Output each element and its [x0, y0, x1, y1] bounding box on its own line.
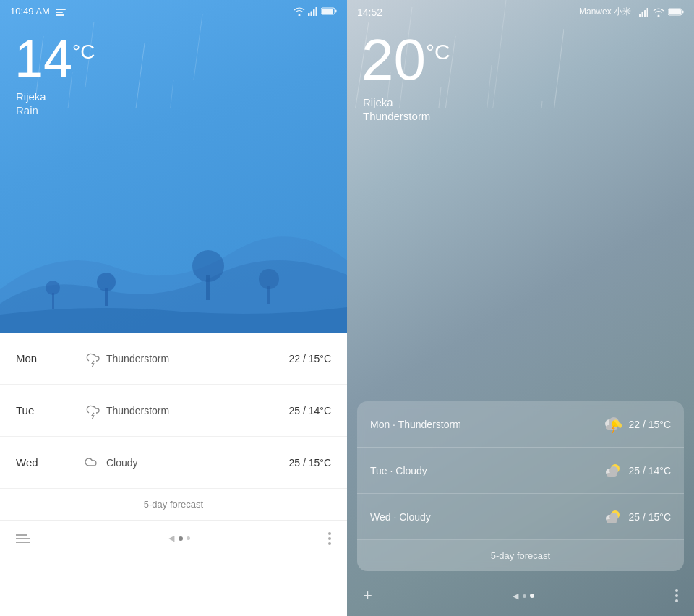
left-weather-top: 10:49 AM: [0, 0, 347, 333]
right-page-dots: [523, 594, 534, 598]
svg-point-27: [46, 281, 60, 295]
svg-rect-59: [682, 11, 684, 14]
left-temperature: 14°C: [0, 20, 347, 85]
forecast-day-wed: Wed: [16, 456, 56, 469]
left-panel: 10:49 AM: [0, 0, 347, 616]
add-location-icon[interactable]: +: [363, 586, 372, 605]
right-dot-1: [523, 594, 526, 598]
forecast-temps-tue: 25 / 14°C: [288, 405, 331, 416]
forecast-temps-mon: 22 / 15°C: [288, 353, 331, 364]
right-condition: Thunderstorm: [347, 110, 694, 122]
svg-rect-2: [56, 14, 64, 16]
svg-rect-6: [316, 7, 318, 16]
dot-2: [187, 536, 190, 540]
svg-point-29: [97, 273, 116, 291]
left-forecast-list: Mon Thunderstorm 22 / 15°C Tue Thunderst…: [0, 333, 347, 616]
forecast-row-mon: Mon Thunderstorm 22 / 15°C: [0, 333, 347, 385]
right-forecast-temps-tue: 25 / 14°C: [628, 465, 671, 476]
left-time: 10:49 AM: [10, 6, 50, 17]
right-battery-icon: [668, 8, 684, 16]
forecast-row-wed: Wed Cloudy 25 / 15°C: [0, 437, 347, 489]
svg-rect-67: [607, 473, 617, 477]
right-time: 14:52: [357, 7, 382, 18]
menu-icon[interactable]: [16, 534, 30, 543]
svg-rect-9: [335, 10, 337, 13]
svg-rect-1: [56, 12, 63, 13]
right-more-options-icon[interactable]: [675, 589, 678, 602]
right-dot-2: [530, 594, 534, 598]
right-nav-area: ◀: [513, 591, 534, 601]
forecast-day-tue: Tue: [16, 404, 56, 416]
svg-rect-8: [322, 9, 333, 14]
thunderstorm-icon-mon: [85, 351, 100, 367]
svg-point-31: [192, 250, 224, 282]
right-bottom-bar: + ◀: [347, 576, 694, 616]
svg-rect-3: [308, 13, 310, 16]
left-city: Rijeka: [0, 85, 347, 104]
right-city: Rijeka: [347, 89, 694, 110]
svg-point-33: [259, 269, 279, 289]
right-panel: 14:52 Manwex 小米 20°C Rijeka Thunderstorm: [347, 0, 694, 616]
svg-rect-26: [52, 293, 54, 309]
right-forecast-day-wed: Wed · Cloudy: [370, 511, 602, 523]
svg-rect-55: [644, 10, 646, 17]
right-forecast-row-mon: Mon · Thunderstorm 22 / 15°C: [357, 401, 684, 448]
right-forecast-row-wed: Wed · Cloudy 25 / 15°C: [357, 494, 684, 540]
forecast-condition-wed: Cloudy: [56, 455, 288, 471]
right-forecast-day-tue: Tue · Cloudy: [370, 465, 602, 476]
forecast-condition-tue: Thunderstorm: [56, 403, 288, 419]
nav-area: ◀: [168, 534, 190, 543]
svg-rect-53: [639, 14, 641, 17]
right-nav-arrow-icon: ◀: [513, 591, 518, 601]
forecast-temps-wed: 25 / 15°C: [288, 457, 331, 469]
right-forecast-day-mon: Mon · Thunderstorm: [370, 419, 602, 430]
right-forecast-temps-mon: 22 / 15°C: [628, 419, 671, 430]
five-day-link[interactable]: 5-day forecast: [0, 489, 347, 520]
svg-rect-4: [311, 11, 313, 16]
right-forecast-row-tue: Tue · Cloudy 25 / 14°C: [357, 448, 684, 494]
wifi-icon: [294, 7, 305, 16]
forecast-day-mon: Mon: [16, 352, 56, 364]
right-forecast-card: Mon · Thunderstorm 22 / 15°C Tue · Cloud…: [357, 401, 684, 571]
cloudy-icon-wed: [85, 455, 100, 471]
svg-rect-0: [56, 9, 66, 10]
svg-rect-54: [642, 12, 644, 17]
left-status-bar: 10:49 AM: [0, 0, 347, 20]
more-options-icon[interactable]: [328, 532, 331, 545]
nav-arrow-icon: ◀: [168, 534, 174, 543]
dot-1: [179, 536, 183, 541]
svg-rect-56: [647, 8, 649, 17]
right-cloudy-icon-wed: [602, 507, 622, 527]
right-temperature: 20°C: [347, 21, 694, 89]
right-five-day-link[interactable]: 5-day forecast: [357, 540, 684, 571]
signal-icon: [308, 7, 318, 16]
forecast-condition-mon: Thunderstorm: [56, 351, 288, 367]
right-status-bar: 14:52 Manwex 小米: [347, 0, 694, 21]
right-signal-icon: [639, 8, 649, 17]
right-provider: Manwex 小米: [579, 6, 631, 18]
right-wifi-icon: [653, 8, 664, 17]
svg-rect-71: [607, 519, 617, 523]
right-thunderstorm-icon-mon: [602, 414, 622, 435]
notification-icon: [56, 7, 66, 17]
thunderstorm-icon-tue: [85, 403, 100, 419]
forecast-row-tue: Tue Thunderstorm 25 / 14°C: [0, 385, 347, 437]
page-dots: [179, 536, 190, 541]
left-bottom-bar: ◀: [0, 520, 347, 556]
right-forecast-temps-wed: 25 / 15°C: [628, 511, 671, 523]
battery-icon: [321, 7, 337, 15]
right-cloudy-icon-tue: [602, 461, 622, 481]
svg-rect-58: [669, 9, 681, 14]
left-condition: Rain: [0, 104, 347, 116]
svg-rect-5: [313, 9, 315, 16]
landscape-illustration: [0, 202, 347, 333]
